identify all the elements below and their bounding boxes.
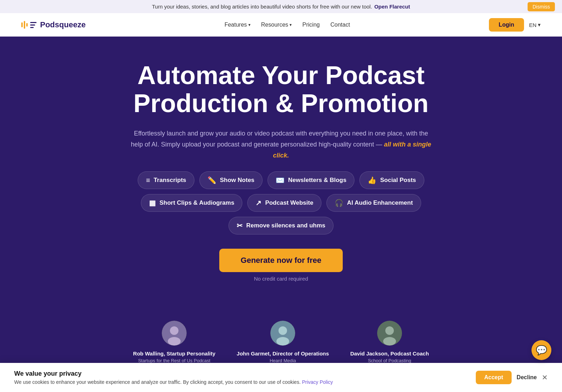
nav-contact[interactable]: Contact bbox=[330, 22, 350, 28]
chat-icon: 💬 bbox=[536, 345, 547, 356]
testimonial-2-org: Heard Media bbox=[270, 358, 296, 363]
banner-link[interactable]: Open Flarecut bbox=[374, 4, 410, 10]
chevron-down-icon: ▾ bbox=[538, 22, 541, 28]
ai-audio-icon: 🎧 bbox=[335, 199, 343, 207]
svg-point-2 bbox=[168, 337, 181, 346]
testimonial-1-name: Rob Walling, Startup Personality bbox=[133, 350, 215, 357]
tag-social-posts[interactable]: 👍 Social Posts bbox=[359, 171, 424, 189]
tag-short-clips[interactable]: ▦ Short Clips & Audiograms bbox=[141, 194, 242, 212]
hero-section: Automate Your Podcast Production & Promo… bbox=[0, 37, 562, 303]
svg-point-1 bbox=[170, 326, 178, 335]
feature-tags: ≡ Transcripts ✏️ Show Notes ✉️ Newslette… bbox=[121, 171, 441, 234]
cookie-description: We use cookies to enhance your website e… bbox=[14, 379, 333, 385]
tag-show-notes[interactable]: ✏️ Show Notes bbox=[199, 171, 263, 189]
close-cookie-button[interactable]: ✕ bbox=[542, 374, 548, 381]
nav-resources[interactable]: Resources ▾ bbox=[261, 22, 292, 28]
cookie-banner: We value your privacy We use cookies to … bbox=[0, 363, 562, 392]
newsletters-icon: ✉️ bbox=[276, 176, 285, 184]
avatar-3 bbox=[377, 321, 402, 346]
cookie-title: We value your privacy bbox=[14, 370, 333, 377]
nav-pricing[interactable]: Pricing bbox=[302, 22, 320, 28]
banner-text: Turn your ideas, stories, and blog artic… bbox=[152, 4, 372, 10]
cta-area: Generate now for free No credit card req… bbox=[71, 249, 491, 282]
svg-point-7 bbox=[385, 326, 394, 335]
accept-button[interactable]: Accept bbox=[476, 371, 512, 384]
chat-bubble[interactable]: 💬 bbox=[531, 340, 551, 360]
top-banner: Turn your ideas, stories, and blog artic… bbox=[0, 0, 562, 13]
decline-button[interactable]: Decline bbox=[517, 374, 537, 381]
tag-podcast-website[interactable]: ↗ Podcast Website bbox=[247, 194, 321, 212]
avatar-1 bbox=[162, 321, 187, 346]
hero-subtitle: Effortlessly launch and grow your audio … bbox=[128, 128, 434, 161]
short-clips-icon: ▦ bbox=[149, 199, 156, 207]
tag-newsletters[interactable]: ✉️ Newsletters & Blogs bbox=[268, 171, 354, 189]
logo-icon bbox=[21, 21, 37, 29]
login-button[interactable]: Login bbox=[489, 18, 524, 32]
podcast-website-icon: ↗ bbox=[255, 199, 261, 207]
testimonial-3-org: School of Podcasting bbox=[368, 358, 411, 363]
tag-ai-audio[interactable]: 🎧 AI Audio Enhancement bbox=[326, 194, 421, 212]
avatar-2 bbox=[270, 321, 295, 346]
tag-remove-silences[interactable]: ✂ Remove silences and uhms bbox=[228, 217, 334, 234]
hero-title: Automate Your Podcast Production & Promo… bbox=[71, 61, 491, 117]
generate-button[interactable]: Generate now for free bbox=[219, 249, 342, 272]
logo[interactable]: Podsqueeze bbox=[21, 20, 86, 29]
cookie-text-area: We value your privacy We use cookies to … bbox=[14, 370, 333, 385]
navbar: Podsqueeze Features ▾ Resources ▾ Pricin… bbox=[0, 13, 562, 37]
testimonial-1-org: Startups for the Rest of Us Podcast bbox=[138, 358, 210, 363]
cookie-actions: Accept Decline ✕ bbox=[476, 371, 548, 384]
dismiss-button[interactable]: Dismiss bbox=[528, 2, 555, 11]
transcripts-icon: ≡ bbox=[146, 176, 150, 184]
logo-text: Podsqueeze bbox=[40, 20, 86, 29]
testimonial-3-name: David Jackson, Podcast Coach bbox=[350, 350, 429, 357]
svg-point-4 bbox=[279, 326, 287, 335]
show-notes-icon: ✏️ bbox=[208, 176, 216, 184]
testimonial-2-name: John Garmet, Director of Operations bbox=[237, 350, 329, 357]
nav-links: Features ▾ Resources ▾ Pricing Contact bbox=[225, 22, 350, 28]
scissors-icon: ✂ bbox=[237, 221, 243, 230]
tag-transcripts[interactable]: ≡ Transcripts bbox=[138, 171, 194, 189]
social-posts-icon: 👍 bbox=[368, 176, 376, 184]
lang-selector[interactable]: EN ▾ bbox=[529, 22, 541, 28]
svg-point-5 bbox=[276, 337, 289, 346]
privacy-policy-link[interactable]: Privacy Policy bbox=[302, 379, 333, 385]
nav-right: Login EN ▾ bbox=[489, 18, 541, 32]
cta-subtitle: No credit card required bbox=[254, 276, 308, 282]
nav-features[interactable]: Features ▾ bbox=[225, 22, 250, 28]
svg-point-8 bbox=[383, 337, 396, 346]
